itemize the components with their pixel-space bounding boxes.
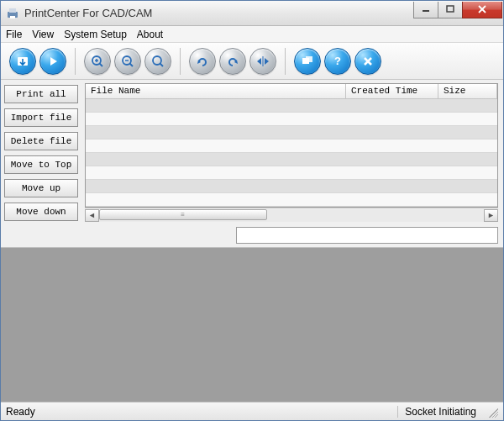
status-right: Socket Initiating [397,406,483,418]
column-size[interactable]: Size [438,84,497,98]
table-body[interactable] [86,99,497,207]
window-title: PrintCenter For CAD/CAM [24,7,414,19]
menu-about[interactable]: About [137,29,163,40]
scroll-thumb[interactable]: ≡ [99,209,267,220]
client-area: Print all Import file Delete file Move t… [1,80,503,248]
table-row[interactable] [86,139,497,153]
undo-button[interactable] [219,48,246,75]
svg-line-14 [130,63,134,66]
table-header: File Name Created Time Size [86,84,497,99]
import-file-button[interactable]: Import file [4,108,78,127]
table-row[interactable] [86,166,497,180]
toolbar-separator [75,48,76,75]
menu-system-setup[interactable]: System Setup [64,29,127,40]
scroll-right-arrow[interactable]: ► [484,209,498,222]
zoom-out-button[interactable] [114,48,141,75]
preview-area [1,248,503,402]
move-up-button[interactable]: Move up [4,179,78,197]
file-table: File Name Created Time Size [85,83,498,208]
open-file-button[interactable] [9,48,36,75]
flip-horizontal-button[interactable] [249,48,276,75]
table-row[interactable] [86,113,497,126]
menubar: File View System Setup About [1,26,503,43]
table-row[interactable] [86,99,497,113]
zoom-fit-button[interactable] [144,48,171,75]
close-tool-button[interactable] [354,48,381,75]
delete-file-button[interactable]: Delete file [4,132,78,150]
scroll-track[interactable]: ≡ [99,209,484,222]
statusbar: Ready Socket Initiating [1,402,503,420]
svg-marker-20 [257,58,261,65]
table-row[interactable] [86,193,497,207]
toolbar-separator [285,48,286,75]
table-row[interactable] [86,180,497,193]
app-icon [6,7,19,20]
move-to-top-button[interactable]: Move to Top [4,155,78,174]
help-button[interactable]: ? [324,48,351,75]
zoom-in-button[interactable] [84,48,111,75]
svg-line-10 [100,63,103,66]
status-left: Ready [6,406,291,418]
windows-button[interactable] [294,48,321,75]
menu-view[interactable]: View [32,29,54,40]
column-created-time[interactable]: Created Time [346,84,438,98]
svg-marker-8 [50,57,57,66]
print-all-button[interactable]: Print all [4,85,78,103]
svg-text:?: ? [334,55,341,67]
svg-rect-1 [9,8,16,13]
svg-marker-21 [265,58,269,65]
window-controls [414,2,502,18]
toolbar: ? [1,43,503,80]
svg-line-17 [160,63,164,66]
sidebar: Print all Import file Delete file Move t… [1,80,81,247]
redo-button[interactable] [189,48,216,75]
main-panel: File Name Created Time Size ◄ ≡ ► [81,80,503,247]
minimize-button[interactable] [413,2,438,18]
table-row[interactable] [86,126,497,139]
toolbar-separator [180,48,181,75]
titlebar: PrintCenter For CAD/CAM [1,1,503,26]
play-button[interactable] [39,48,66,75]
menu-file[interactable]: File [6,29,22,40]
horizontal-scrollbar[interactable]: ◄ ≡ ► [85,208,498,222]
svg-rect-2 [10,16,15,18]
column-file-name[interactable]: File Name [86,84,346,98]
maximize-button[interactable] [438,2,463,18]
svg-rect-4 [447,6,454,12]
resize-grip-icon[interactable] [486,406,498,418]
path-input[interactable] [236,227,498,244]
move-down-button[interactable]: Move down [4,203,78,221]
table-row[interactable] [86,153,497,166]
svg-rect-24 [306,56,312,62]
close-button[interactable] [462,2,502,18]
scroll-left-arrow[interactable]: ◄ [85,209,99,222]
